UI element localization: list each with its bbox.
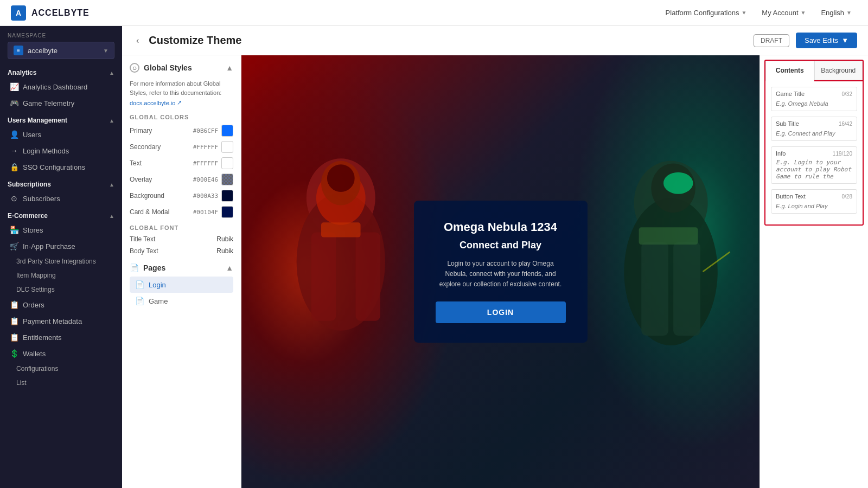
sidebar-item-orders[interactable]: 📋 Orders [0, 297, 122, 313]
sidebar-section-users[interactable]: Users Management ▲ [0, 111, 122, 126]
color-swatch-background[interactable] [221, 190, 233, 202]
left-panel: ○ Global Styles ▲ For more information a… [122, 55, 241, 488]
sidebar-item-dlc-settings[interactable]: DLC Settings [0, 282, 122, 297]
login-card-title: Omega Nebula 1234 [436, 220, 566, 234]
right-character-illustration [563, 55, 760, 488]
preview-background: Omega Nebula 1234 Connect and Play Login… [241, 55, 760, 488]
color-swatch-text[interactable] [221, 157, 233, 169]
logo-section: A ACCELBYTE [11, 5, 90, 21]
main-layout: NAMESPACE ≡ accelbyte ▼ Analytics ▲ 📈 An… [0, 26, 868, 488]
sidebar-item-3rd-party[interactable]: 3rd Party Store Integrations [0, 254, 122, 268]
sidebar-section-ecommerce[interactable]: E-Commerce ▲ [0, 207, 122, 222]
pages-section-header[interactable]: 📄 Pages ▲ [130, 264, 233, 272]
sidebar-item-game-telemetry[interactable]: 🎮 Game Telemetry [0, 95, 122, 111]
chevron-up-icon: ▲ [109, 182, 114, 188]
sidebar-item-login-methods[interactable]: → Login Methods [0, 143, 122, 159]
color-row-overlay: Overlay #000E46 [130, 174, 233, 185]
entitlements-icon: 📋 [10, 333, 18, 342]
page-item-login[interactable]: 📄 Login [130, 277, 233, 293]
sidebar-section-subscriptions[interactable]: Subscriptions ▲ [0, 175, 122, 190]
color-swatch-primary[interactable] [221, 125, 233, 137]
sidebar-item-wallet-list[interactable]: List [0, 376, 122, 390]
global-styles-header[interactable]: ○ Global Styles ▲ [130, 63, 233, 73]
top-nav: A ACCELBYTE Platform Configurations ▼ My… [0, 0, 868, 26]
svg-rect-7 [321, 222, 361, 237]
tab-background[interactable]: Background [814, 61, 863, 80]
login-card: Omega Nebula 1234 Connect and Play Login… [414, 201, 588, 343]
chevron-up-icon: ▲ [226, 63, 233, 72]
sidebar-item-stores[interactable]: 🏪 Stores [0, 222, 122, 238]
page-icon: 📄 [135, 297, 144, 305]
sidebar-item-sso[interactable]: 🔒 SSO Configurations [0, 159, 122, 175]
color-value-overlay: #000E46 [193, 174, 233, 185]
tab-contents[interactable]: Contents [765, 61, 814, 81]
color-swatch-secondary[interactable] [221, 141, 233, 153]
save-edits-button[interactable]: Save Edits ▼ [796, 33, 857, 48]
right-panel-tabs: Contents Background [765, 61, 863, 81]
page-item-game[interactable]: 📄 Game [130, 293, 233, 309]
back-button[interactable]: ‹ [133, 35, 142, 47]
color-row-card-modal: Card & Modal #00104F [130, 206, 233, 218]
button-text-input[interactable] [776, 203, 852, 209]
color-swatch-overlay[interactable] [221, 174, 233, 185]
account-dropdown[interactable]: My Account ▼ [756, 5, 811, 20]
store-icon: 🏪 [10, 226, 18, 234]
field-group-info: Info 119/120 [771, 146, 857, 184]
theme-editor: ○ Global Styles ▲ For more information a… [122, 55, 868, 488]
font-row-title: Title Text Rubik [130, 235, 233, 243]
chevron-down-icon: ▼ [741, 10, 746, 16]
gamepad-icon: 🎮 [10, 99, 18, 107]
sidebar-item-subscribers[interactable]: ⊙ Subscribers [0, 190, 122, 207]
sidebar: NAMESPACE ≡ accelbyte ▼ Analytics ▲ 📈 An… [0, 26, 122, 488]
sidebar-item-entitlements[interactable]: 📋 Entitlements [0, 329, 122, 345]
lock-icon: 🔒 [10, 163, 18, 171]
sidebar-item-in-app-purchase[interactable]: 🛒 In-App Purchase [0, 238, 122, 254]
sub-title-input[interactable] [776, 130, 852, 137]
pages-icon: 📄 [130, 264, 139, 272]
chevron-down-icon: ▼ [801, 10, 806, 16]
svg-point-11 [663, 172, 693, 194]
page-header: ‹ Customize Theme DRAFT Save Edits ▼ [122, 26, 868, 55]
circle-icon: ⊙ [10, 194, 18, 203]
color-row-text: Text #FFFFFF [130, 157, 233, 169]
chevron-up-icon: ▲ [109, 213, 114, 219]
global-colors-label: GLOBAL COLORS [130, 114, 233, 120]
game-title-input[interactable] [776, 100, 852, 107]
namespace-value: accelbyte [28, 47, 58, 55]
field-group-button-text: Button Text 0/28 [771, 189, 857, 214]
sidebar-item-analytics-dashboard[interactable]: 📈 Analytics Dashboard [0, 79, 122, 95]
login-card-info: Login to your account to play Omega Nebu… [436, 259, 566, 290]
color-value-card-modal: #00104F [193, 206, 233, 218]
sidebar-section-analytics[interactable]: Analytics ▲ [0, 63, 122, 79]
global-font-label: GLOBAL FONT [130, 224, 233, 231]
right-panel-border-wrapper: Contents Background Game Title 0/32 [764, 60, 864, 226]
doc-link[interactable]: docs.accelbyte.io ↗ [130, 99, 233, 106]
namespace-selector[interactable]: ≡ accelbyte ▼ [8, 42, 114, 59]
chevron-up-icon: ▲ [109, 70, 114, 76]
pages-title: 📄 Pages [130, 264, 165, 272]
chart-icon: 📈 [10, 82, 18, 91]
language-dropdown[interactable]: English ▼ [815, 5, 857, 20]
color-value-primary: #0B6CFF [193, 125, 233, 137]
info-textarea[interactable] [776, 159, 852, 178]
sidebar-item-payment-metadata[interactable]: 📋 Payment Metadata [0, 313, 122, 329]
cart-icon: 🛒 [10, 242, 18, 251]
svg-point-6 [327, 164, 355, 192]
namespace-label: NAMESPACE [8, 33, 114, 38]
color-value-text: #FFFFFF [193, 157, 233, 169]
sidebar-item-wallets[interactable]: 💲 Wallets [0, 345, 122, 362]
payment-icon: 📋 [10, 317, 18, 325]
field-header-info: Info 119/120 [776, 150, 852, 157]
sidebar-item-wallet-configurations[interactable]: Configurations [0, 362, 122, 376]
namespace-section: NAMESPACE ≡ accelbyte ▼ [0, 26, 122, 63]
platform-config-dropdown[interactable]: Platform Configurations ▼ [660, 5, 752, 20]
sidebar-item-item-mapping[interactable]: Item Mapping [0, 268, 122, 282]
color-swatch-card-modal[interactable] [221, 206, 233, 218]
field-header-sub-title: Sub Title 16/42 [776, 120, 852, 127]
login-button[interactable]: LOGIN [436, 301, 566, 323]
namespace-icon: ≡ [14, 46, 23, 55]
logo-icon: A [11, 5, 26, 21]
color-row-background: Background #000A33 [130, 190, 233, 202]
sidebar-item-users[interactable]: 👤 Users [0, 126, 122, 143]
field-header-game-title: Game Title 0/32 [776, 91, 852, 97]
